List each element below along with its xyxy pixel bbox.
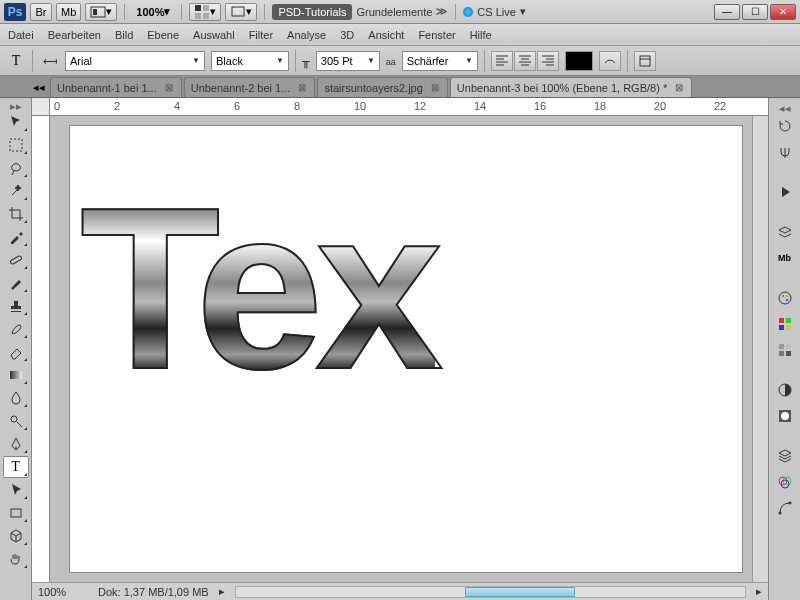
scroll-right-icon[interactable]: ▸ <box>756 585 762 598</box>
paths-panel-button[interactable] <box>772 496 798 520</box>
align-center-button[interactable] <box>514 51 536 71</box>
menu-auswahl[interactable]: Auswahl <box>193 29 235 41</box>
menu-analyse[interactable]: Analyse <box>287 29 326 41</box>
wand-tool[interactable] <box>3 180 29 202</box>
status-doc-info[interactable]: Dok: 1,37 MB/1,09 MB <box>98 586 209 598</box>
antialias-dropdown[interactable]: Schärfer▼ <box>402 51 478 71</box>
shape-tool[interactable] <box>3 502 29 524</box>
marquee-tool[interactable] <box>3 134 29 156</box>
masks-panel-button[interactable] <box>772 404 798 428</box>
screen-mode-button[interactable]: ▾ <box>225 3 257 21</box>
document-canvas[interactable]: Tex <box>70 126 742 572</box>
swatches-panel-button[interactable] <box>772 312 798 336</box>
window-close-button[interactable]: ✕ <box>770 4 796 20</box>
menu-datei[interactable]: Datei <box>8 29 34 41</box>
dodge-tool[interactable] <box>3 410 29 432</box>
menu-ebene[interactable]: Ebene <box>147 29 179 41</box>
view-extras-button[interactable]: ▾ <box>85 3 117 21</box>
history-panel-button[interactable] <box>772 114 798 138</box>
status-bar: 100% Dok: 1,37 MB/1,09 MB ▸ ▸ <box>32 582 768 600</box>
window-minimize-button[interactable]: — <box>714 4 740 20</box>
arrow-icon <box>8 482 24 498</box>
heal-tool[interactable] <box>3 249 29 271</box>
status-arrow-icon[interactable]: ▸ <box>219 585 225 598</box>
gradient-tool[interactable] <box>3 364 29 386</box>
app-logo[interactable]: Ps <box>4 3 26 21</box>
text-color-swatch[interactable] <box>565 51 593 71</box>
window-maximize-button[interactable]: ☐ <box>742 4 768 20</box>
workspace-psdtutorials[interactable]: PSD-Tutorials <box>272 4 352 20</box>
pen-tool[interactable] <box>3 433 29 455</box>
ruler-origin[interactable] <box>32 98 50 116</box>
warp-text-button[interactable] <box>599 51 621 71</box>
close-tab-icon[interactable]: ⊠ <box>296 82 308 94</box>
application-bar: Ps Br Mb ▾ 100% ▾ ▾ ▾ PSD-Tutorials Grun… <box>0 0 800 24</box>
lasso-tool[interactable] <box>3 157 29 179</box>
warp-icon <box>602 53 618 69</box>
menu-bearbeiten[interactable]: Bearbeiten <box>48 29 101 41</box>
arrange-documents-button[interactable]: ▾ <box>189 3 221 21</box>
eyedropper-tool[interactable] <box>3 226 29 248</box>
document-tab-active[interactable]: Unbenannt-3 bei 100% (Ebene 1, RGB/8) *⊠ <box>450 77 692 97</box>
scrollbar-thumb[interactable] <box>465 587 575 597</box>
move-tool[interactable] <box>3 111 29 133</box>
workspace-grundelemente[interactable]: Grundelemente <box>356 6 432 18</box>
close-tab-icon[interactable]: ⊠ <box>429 82 441 94</box>
actions-panel-button[interactable] <box>772 140 798 164</box>
active-tool-indicator[interactable]: T <box>6 51 26 71</box>
path-select-tool[interactable] <box>3 479 29 501</box>
font-size-dropdown[interactable]: 305 Pt▼ <box>316 51 380 71</box>
brush-tool[interactable] <box>3 272 29 294</box>
styles-panel-button[interactable] <box>772 338 798 362</box>
minibridge-panel-button[interactable]: Mb <box>772 246 798 270</box>
3d-tool[interactable] <box>3 525 29 547</box>
adjustments-panel-button[interactable] <box>772 378 798 402</box>
canvas[interactable]: Tex <box>50 116 752 582</box>
horizontal-scrollbar[interactable] <box>235 586 746 598</box>
menu-bild[interactable]: Bild <box>115 29 133 41</box>
eraser-tool[interactable] <box>3 341 29 363</box>
font-family-dropdown[interactable]: Arial▼ <box>65 51 205 71</box>
play-icon <box>777 184 793 200</box>
stamp-tool[interactable] <box>3 295 29 317</box>
menu-ansicht[interactable]: Ansicht <box>368 29 404 41</box>
hand-tool[interactable] <box>3 548 29 570</box>
tools-collapse-handle[interactable]: ▸▸ <box>3 100 29 110</box>
tab-scroll-left[interactable]: ◂◂ <box>32 78 46 96</box>
character-panel-button[interactable] <box>634 51 656 71</box>
document-tab[interactable]: Unbenannt-2 bei 1...⊠ <box>184 77 316 97</box>
minibridge-button[interactable]: Mb <box>56 3 81 21</box>
cslive-button[interactable]: CS Live ▾ <box>463 5 526 18</box>
dock-collapse-handle[interactable]: ◂◂ <box>772 102 798 112</box>
close-tab-icon[interactable]: ⊠ <box>673 82 685 94</box>
color-panel-button[interactable] <box>772 286 798 310</box>
layers2-panel-button[interactable] <box>772 444 798 468</box>
align-right-button[interactable] <box>537 51 559 71</box>
menu-3d[interactable]: 3D <box>340 29 354 41</box>
blur-tool[interactable] <box>3 387 29 409</box>
document-tab[interactable]: Unbenannt-1 bei 1...⊠ <box>50 77 182 97</box>
type-tool[interactable]: T <box>3 456 29 478</box>
font-style-dropdown[interactable]: Black▼ <box>211 51 289 71</box>
ruler-horizontal[interactable]: 0 2 4 6 8 10 12 14 16 18 20 22 <box>50 98 768 116</box>
vertical-scrollbar[interactable] <box>752 116 768 582</box>
align-left-button[interactable] <box>491 51 513 71</box>
bridge-button[interactable]: Br <box>30 3 52 21</box>
align-right-icon <box>540 53 556 69</box>
menu-hilfe[interactable]: Hilfe <box>470 29 492 41</box>
status-zoom[interactable]: 100% <box>38 586 88 598</box>
workspace-more-icon[interactable]: ≫ <box>436 5 448 18</box>
zoom-level-dropdown[interactable]: 100% ▾ <box>132 3 174 21</box>
menu-filter[interactable]: Filter <box>249 29 273 41</box>
ruler-vertical[interactable] <box>32 116 50 582</box>
history-brush-tool[interactable] <box>3 318 29 340</box>
document-tab[interactable]: stairsuntoayers2.jpg⊠ <box>317 77 447 97</box>
menu-fenster[interactable]: Fenster <box>418 29 455 41</box>
channels-panel-button[interactable] <box>772 470 798 494</box>
close-tab-icon[interactable]: ⊠ <box>163 82 175 94</box>
canvas-text-layer[interactable]: Tex <box>80 156 435 421</box>
play-panel-button[interactable] <box>772 180 798 204</box>
crop-tool[interactable] <box>3 203 29 225</box>
layers-panel-button[interactable] <box>772 220 798 244</box>
text-orientation-button[interactable]: ⟷ <box>39 51 59 71</box>
